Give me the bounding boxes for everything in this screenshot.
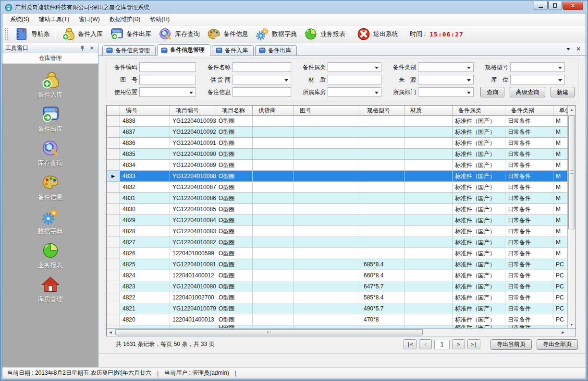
sidebar-item-parts-info[interactable]: 备件信息 — [38, 173, 63, 202]
scroll-down-icon[interactable]: ▼ — [568, 321, 576, 328]
grid-row[interactable]: 48241220401400012O型圈660*8.4标准件（国产）日常备件PC — [107, 270, 567, 281]
warehouse-select[interactable] — [328, 87, 381, 97]
row-selector[interactable] — [107, 193, 120, 203]
export-all-pages-button[interactable]: 导出全部页 — [537, 339, 578, 350]
grid-row[interactable]: 48261220401000599O型圈标准件（国产）日常备件M — [107, 248, 567, 259]
scroll-up-icon[interactable]: ▲ — [568, 106, 576, 113]
toolbar-parts-in[interactable]: 备件入库 — [58, 26, 106, 42]
row-selector[interactable] — [107, 292, 120, 303]
scroll-left-icon[interactable]: ◀ — [107, 329, 114, 336]
grid-row[interactable]: 4821YG12204010079O型圈490*5.7标准件（国产）日常备件PC — [107, 303, 567, 314]
grid-column-header[interactable]: 备件类别 — [505, 106, 553, 115]
toolbar-business-report[interactable]: 业务报表 — [300, 26, 349, 42]
grid-row[interactable]: 4823YG12204010080O型圈647*5.7标准件（国产）日常备件PC — [107, 281, 567, 292]
grid-row[interactable]: 48221220401002700O型圈585*8.4标准件（国产）日常备件PC — [107, 292, 567, 303]
grid-column-header[interactable]: 项目名称 — [216, 106, 253, 115]
toolbar-exit-system[interactable]: 退出系统 — [353, 26, 402, 42]
tab-close-icon[interactable]: ✕ — [576, 46, 581, 52]
use-position-select[interactable] — [139, 87, 196, 97]
tab-parts-info-manage-2-active[interactable]: 备件信息管理 — [157, 44, 210, 56]
grid-row[interactable]: 4831YG12204010086O型圈标准件（国产）日常备件M — [107, 193, 567, 204]
row-selector[interactable] — [107, 226, 120, 237]
grid-row[interactable]: 4832YG12204010087O型圈标准件（国产）日常备件M — [107, 182, 567, 193]
prev-page-button[interactable]: < — [419, 339, 432, 349]
row-selector[interactable] — [107, 237, 120, 248]
row-selector[interactable] — [107, 325, 120, 328]
row-selector[interactable] — [107, 182, 120, 192]
spec-model-select[interactable] — [510, 62, 565, 72]
advanced-query-button[interactable]: 高级查询 — [510, 87, 545, 97]
grid-column-header[interactable]: 备件属类 — [453, 106, 505, 115]
horizontal-scrollbar[interactable]: ◀ ▶ — [107, 329, 567, 336]
menu-help[interactable]: 帮助(H) — [145, 13, 174, 25]
grid-row[interactable]: 4830YG12204010085O型圈标准件（国产）日常备件M — [107, 204, 567, 215]
row-selector[interactable] — [107, 281, 120, 292]
sidebar-item-warehouse-manage[interactable]: 库房管理 — [38, 275, 63, 304]
tab-parts-in[interactable]: 备件入库 — [212, 45, 254, 55]
minimize-button[interactable] — [534, 1, 548, 10]
figure-no-input[interactable] — [139, 75, 196, 84]
row-selector[interactable] — [107, 138, 120, 148]
sidebar-close-icon[interactable]: ✕ — [88, 45, 95, 51]
toolbar-nav-bar[interactable]: 导航条 — [11, 26, 53, 42]
grid-column-header[interactable]: 单位 — [553, 106, 567, 115]
department-select[interactable] — [418, 87, 474, 97]
toolbar-stock-query[interactable]: 库存查询 — [155, 26, 203, 42]
page-number-input[interactable] — [434, 340, 450, 349]
menu-tools[interactable]: 辅助工具(T) — [34, 13, 74, 25]
grid-row[interactable]: 4834YG12204010089O型圈标准件（国产）日常备件M — [107, 160, 567, 171]
toolbar-grip[interactable] — [5, 28, 8, 40]
grid-row[interactable]: 4827YG12204010082O型圈标准件（国产）日常备件M — [107, 237, 567, 248]
grid-column-header[interactable]: 项目编号 — [170, 106, 216, 115]
sidebar-item-parts-in[interactable]: 备件入库 — [38, 71, 63, 99]
part-category-select[interactable] — [418, 62, 474, 72]
remark-input[interactable] — [233, 87, 291, 97]
menu-system[interactable]: 系统(S) — [5, 13, 34, 25]
tab-parts-out[interactable]: 备件出库 — [255, 45, 297, 55]
grid-row-selected[interactable]: ▶4833YG12204010088O型圈标准件（国产）日常备件M — [107, 171, 567, 182]
grid-column-header[interactable]: 供货商 — [253, 106, 294, 115]
grid-column-header[interactable]: 规格型号 — [361, 106, 404, 115]
row-selector[interactable] — [107, 314, 120, 325]
maximize-button[interactable] — [548, 1, 562, 10]
export-current-page-button[interactable]: 导出当前页 — [490, 339, 532, 350]
material-input[interactable] — [328, 75, 381, 84]
sidebar-item-business-report[interactable]: 业务报表 — [38, 241, 63, 270]
row-selector[interactable] — [107, 303, 120, 314]
row-selector[interactable] — [107, 149, 120, 159]
row-selector[interactable]: ▶ — [107, 171, 120, 181]
menu-window[interactable]: 窗口(W) — [74, 13, 104, 25]
supplier-select[interactable] — [233, 75, 291, 84]
tab-list-chevron-icon[interactable] — [566, 48, 570, 52]
grid-row[interactable]: 4828YG12204010083O型圈标准件（国产）日常备件M — [107, 226, 567, 237]
location-select[interactable] — [510, 75, 565, 84]
grid-row[interactable]: 48201220401400013O型圈470*8标准件（国产）日常备件PC — [107, 314, 567, 325]
menu-data[interactable]: 数据维护(D) — [105, 13, 146, 25]
grid-row[interactable]: 4836YG12204010091O型圈标准件（国产）日常备件M — [107, 138, 567, 149]
last-page-button[interactable]: >| — [467, 339, 480, 349]
row-selector[interactable] — [107, 248, 120, 259]
row-selector[interactable] — [107, 270, 120, 281]
toolbar-parts-info[interactable]: 备件信息 — [203, 26, 252, 42]
first-page-button[interactable]: |< — [404, 339, 416, 349]
grid-row[interactable]: 4837YG12204010092O型圈标准件（国产）日常备件M — [107, 127, 567, 138]
grid-column-header[interactable]: 编号 — [120, 106, 170, 115]
new-button[interactable]: 新建 — [551, 87, 575, 97]
row-selector[interactable] — [107, 215, 120, 226]
source-select[interactable] — [418, 75, 474, 84]
row-selector[interactable] — [107, 116, 120, 126]
next-page-button[interactable]: > — [452, 339, 465, 349]
scroll-right-icon[interactable]: ▶ — [559, 329, 567, 336]
row-selector[interactable] — [107, 204, 120, 214]
row-selector[interactable] — [107, 127, 120, 137]
part-attr-select[interactable] — [328, 62, 381, 72]
part-name-input[interactable] — [233, 62, 291, 72]
toolbar-data-dictionary[interactable]: 数据字典 — [252, 26, 300, 42]
sidebar-item-parts-out[interactable]: 备件出库 — [38, 105, 63, 133]
grid-row[interactable]: 4825YG12204010081O型圈685*8.4标准件（国产）日常备件PC — [107, 259, 567, 270]
close-button[interactable]: ✕ — [563, 1, 583, 10]
query-button[interactable]: 查询 — [480, 87, 504, 97]
sidebar-item-data-dictionary[interactable]: 数据字典 — [38, 207, 63, 236]
vertical-scrollbar[interactable]: ▲ ▼ — [567, 106, 576, 328]
toolbar-parts-out[interactable]: 备件出库 — [106, 26, 155, 42]
